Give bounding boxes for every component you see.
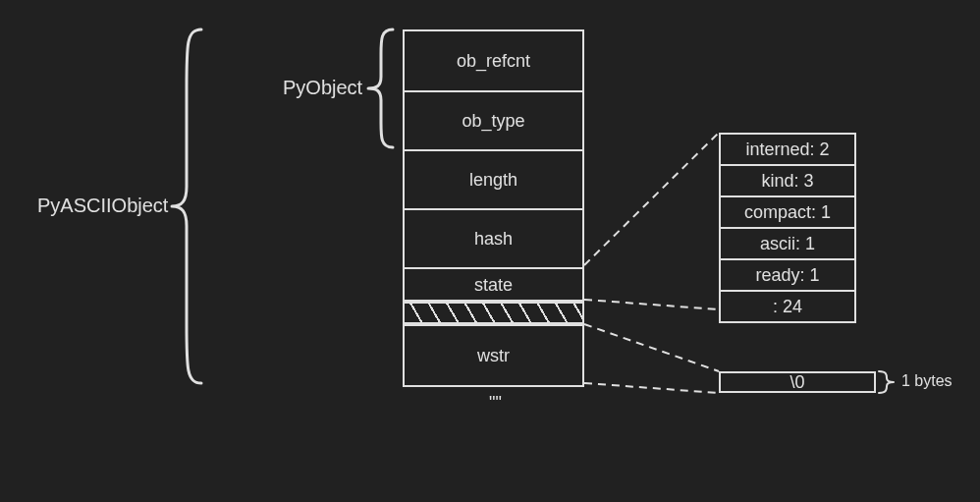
bits-row-kind: kind: 3	[721, 164, 854, 195]
dash-wstr-bottom	[584, 383, 719, 393]
footer-caption: ""	[489, 393, 502, 414]
brace-outer	[172, 29, 201, 383]
brace-inner	[368, 29, 393, 147]
bits-row-ready: ready: 1	[721, 258, 854, 290]
field-hash: hash	[405, 208, 582, 267]
field-wstr: wstr	[405, 326, 582, 385]
state-bits-table: interned: 2 kind: 3 compact: 1 ascii: 1 …	[719, 133, 856, 323]
buffer-content: \0	[789, 372, 804, 393]
wstr-box: wstr	[403, 324, 584, 387]
diagram-canvas: PyASCIIObject PyObject ob_refcnt ob_type…	[0, 0, 980, 502]
field-state: state	[405, 267, 582, 302]
dash-state-top	[584, 133, 719, 265]
brace-buffer	[879, 371, 894, 393]
bits-row-ascii: ascii: 1	[721, 227, 854, 258]
outer-struct-label: PyASCIIObject	[37, 195, 168, 217]
dash-state-bottom	[584, 300, 719, 309]
main-struct: ob_refcnt ob_type length hash state	[403, 29, 584, 304]
field-length: length	[405, 149, 582, 208]
bits-row-pad: : 24	[721, 290, 854, 321]
field-ob_type: ob_type	[405, 90, 582, 149]
buffer-size-label: 1 bytes	[901, 372, 953, 390]
bits-row-interned: interned: 2	[721, 135, 854, 164]
struct-padding	[403, 300, 584, 324]
bits-row-compact: compact: 1	[721, 195, 854, 227]
dash-wstr-top	[584, 324, 719, 371]
inner-struct-label: PyObject	[283, 77, 362, 99]
field-ob_refcnt: ob_refcnt	[405, 31, 582, 90]
wstr-buffer: \0	[719, 371, 876, 393]
